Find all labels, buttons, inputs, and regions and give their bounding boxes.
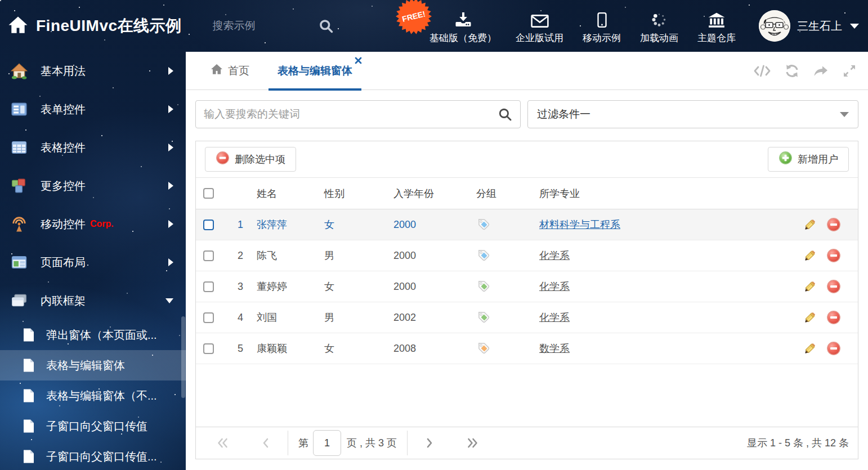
search-icon[interactable] (318, 18, 334, 34)
major-link[interactable]: 化学系 (539, 311, 570, 324)
cell-group (476, 279, 539, 295)
keyword-search-input[interactable] (204, 108, 498, 120)
share-icon[interactable] (813, 64, 829, 78)
header-nav-item[interactable]: 基础版（免费）FREE! (420, 0, 506, 52)
sidebar-item[interactable]: 更多控件 (0, 167, 186, 205)
prev-page-icon[interactable] (261, 437, 271, 449)
select-all-checkbox[interactable] (203, 188, 214, 199)
header-nav-item[interactable]: 移动示例 (573, 0, 630, 52)
chevron-right-icon (168, 182, 173, 190)
first-page-icon[interactable] (216, 437, 229, 449)
table-row[interactable]: 4刘国男2002化学系 (196, 302, 858, 333)
source-code-icon[interactable] (753, 64, 771, 78)
sidebar-item[interactable]: 表格控件 (0, 128, 186, 167)
sidebar-subitem[interactable]: 子窗口向父窗口传值... (0, 441, 186, 470)
avatar[interactable] (759, 10, 790, 42)
delete-row-icon[interactable] (826, 248, 841, 263)
cell-group (476, 310, 539, 326)
tab-label: 表格与编辑窗体 (278, 64, 352, 78)
cell-gender-text: 男 (324, 311, 334, 324)
tab-home[interactable]: 首页 (204, 52, 256, 90)
sidebar-subitem[interactable]: 表格与编辑窗体（不... (0, 381, 186, 411)
cell-major: 化学系 (539, 249, 790, 262)
row-index-text: 1 (238, 219, 243, 231)
cell-year-text: 2000 (393, 250, 416, 262)
chevron-right-icon (168, 105, 173, 113)
expand-icon[interactable] (842, 64, 857, 78)
sidebar-item-label: 表单控件 (41, 102, 86, 117)
major-link[interactable]: 化学系 (539, 249, 570, 262)
tab-grid-edit-window[interactable]: 表格与编辑窗体 (269, 52, 361, 90)
edit-icon[interactable] (802, 341, 817, 356)
row-checkbox[interactable] (203, 312, 214, 323)
delete-button-label: 删除选中项 (235, 153, 285, 166)
next-page-icon[interactable] (424, 437, 435, 449)
corp-badge: Corp. (90, 219, 114, 229)
tab-toolbar (753, 64, 868, 78)
major-link[interactable]: 材料科学与工程系 (539, 218, 620, 231)
table-row[interactable]: 3董婷婷女2000化学系 (196, 271, 858, 302)
file-icon (23, 388, 36, 403)
chevron-down-icon (840, 112, 849, 117)
file-icon (23, 328, 36, 342)
filter-dropdown[interactable]: 过滤条件一 (527, 100, 858, 128)
major-link[interactable]: 数学系 (539, 342, 570, 355)
sidebar-scrollbar[interactable] (181, 316, 185, 398)
app-logo[interactable]: FineUIMvc在线示例 (8, 15, 182, 37)
row-checkbox[interactable] (203, 250, 214, 261)
search-icon[interactable] (498, 107, 512, 122)
delete-row-icon[interactable] (826, 217, 841, 232)
column-header[interactable]: 分组 (476, 187, 539, 200)
major-link[interactable]: 化学系 (539, 280, 570, 293)
header-nav-item[interactable]: 主题仓库 (688, 0, 745, 52)
column-header[interactable]: 性别 (324, 187, 393, 200)
header-nav-item[interactable]: 企业版试用 (506, 0, 573, 52)
user-menu[interactable]: 三生石上 (759, 10, 859, 42)
page-number-input[interactable] (313, 430, 341, 456)
table-row[interactable]: 1张萍萍女2000材料科学与工程系 (196, 209, 858, 240)
edit-icon[interactable] (802, 310, 817, 325)
sidebar-item[interactable]: 基本用法 (0, 52, 186, 90)
table-row[interactable]: 5康颖颖女2008数学系 (196, 333, 858, 364)
minus-circle-icon (216, 151, 230, 168)
header-nav-label: 加载动画 (640, 32, 678, 44)
delete-row-icon[interactable] (826, 341, 841, 356)
table-row[interactable]: 2陈飞男2000化学系 (196, 240, 858, 271)
refresh-icon[interactable] (785, 64, 799, 78)
header-search-input[interactable] (213, 20, 312, 32)
last-page-icon[interactable] (466, 437, 479, 449)
grid-body: 1张萍萍女2000材料科学与工程系2陈飞男2000化学系3董婷婷女2000化学系… (196, 209, 858, 364)
page-label-suffix: 页 , 共 3 页 (347, 436, 397, 450)
sidebar-subitem[interactable]: 弹出窗体（本页面或... (0, 320, 186, 350)
sidebar-item[interactable]: 页面布局 (0, 243, 186, 281)
header-nav-item[interactable]: 加载动画 (630, 0, 688, 52)
close-icon[interactable] (355, 57, 362, 64)
delete-selected-button[interactable]: 删除选中项 (205, 147, 296, 172)
row-checkbox[interactable] (203, 281, 214, 292)
header-nav-label: 企业版试用 (516, 32, 563, 44)
tag-icon (476, 310, 490, 326)
sidebar-subitem[interactable]: 子窗口向父窗口传值 (0, 411, 186, 441)
house-icon (10, 62, 28, 79)
row-checkbox[interactable] (203, 220, 214, 230)
sidebar-item[interactable]: 表单控件 (0, 90, 186, 128)
add-user-button[interactable]: 新增用户 (768, 147, 849, 172)
sidebar-item[interactable]: 移动控件Corp. (0, 205, 186, 243)
header-checkbox-cell (196, 188, 224, 199)
page-content: 过滤条件一 删除选中项 新增用户 姓名性别入学年份分组所学 (186, 90, 868, 470)
column-header[interactable]: 所学专业 (539, 187, 790, 200)
delete-row-icon[interactable] (826, 310, 841, 325)
cell-name: 刘国 (257, 311, 324, 324)
row-checkbox-cell (196, 281, 224, 292)
sidebar-subitem[interactable]: 表格与编辑窗体 (0, 350, 186, 381)
filter-row: 过滤条件一 (195, 100, 858, 128)
column-header[interactable]: 入学年份 (393, 187, 476, 200)
row-checkbox[interactable] (203, 343, 214, 354)
edit-icon[interactable] (802, 279, 817, 294)
edit-icon[interactable] (802, 217, 817, 232)
delete-row-icon[interactable] (826, 279, 841, 294)
sidebar-item[interactable]: 内联框架 (0, 281, 186, 320)
column-header[interactable]: 姓名 (257, 187, 324, 200)
row-checkbox-cell (196, 250, 224, 261)
edit-icon[interactable] (802, 248, 817, 263)
